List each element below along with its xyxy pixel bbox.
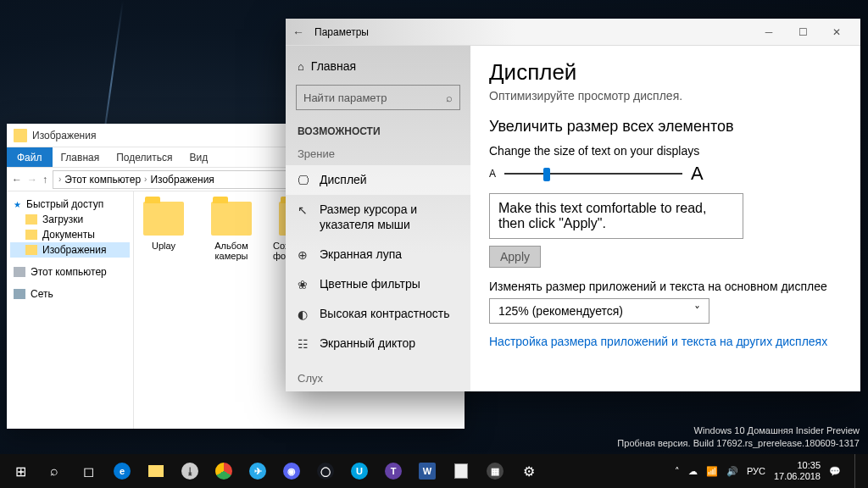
start-button[interactable]: ⊞ — [3, 454, 37, 488]
section-heading: Увеличить размер всех элементов — [489, 118, 842, 136]
taskbar-app-store[interactable]: ⭳ — [173, 454, 207, 488]
windows-watermark: Windows 10 Домашняя Insider Preview Проб… — [617, 424, 860, 449]
sidebar-opt-color-filters[interactable]: ❀Цветные фильтры — [286, 269, 470, 299]
slider-thumb[interactable] — [543, 168, 550, 181]
nav-quick-access[interactable]: ★Быстрый доступ — [10, 197, 130, 212]
display-icon: 🖵 — [298, 173, 311, 188]
nav-item-documents[interactable]: Документы — [10, 227, 130, 242]
sidebar-opt-display[interactable]: 🖵Дисплей — [286, 165, 470, 195]
ribbon-tab-view[interactable]: Вид — [181, 147, 216, 167]
nav-this-pc[interactable]: Этот компьютер — [10, 264, 130, 280]
text-size-slider-row: A A — [489, 163, 842, 185]
tray-chevron-icon[interactable]: ˄ — [675, 466, 680, 477]
slider-max-label: A — [691, 163, 704, 185]
taskbar-app-steam[interactable]: ◯ — [309, 454, 342, 488]
taskbar: ⊞ ⌕ ◻ e ⭳ ✈ ◉ ◯ U T W ▦ ⚙ ˄ ☁ 📶 🔊 РУС 10… — [0, 454, 868, 488]
folder-icon — [25, 245, 37, 255]
sidebar-opt-contrast[interactable]: ◐Высокая контрастность — [286, 299, 470, 329]
breadcrumb-item[interactable]: Этот компьютер — [64, 174, 141, 186]
taskbar-app-notepad[interactable] — [444, 454, 478, 488]
taskbar-app-telegram[interactable]: ✈ — [241, 454, 275, 488]
explorer-title-text: Изображения — [32, 130, 96, 141]
folder-icon — [25, 230, 37, 240]
settings-titlebar[interactable]: ← Параметры ─ ☐ ✕ — [286, 19, 860, 46]
sidebar-home[interactable]: ⌂Главная — [286, 54, 470, 78]
palette-icon: ❀ — [298, 277, 311, 292]
resize-label: Изменять размер приложений и текста на о… — [489, 280, 842, 293]
other-displays-link[interactable]: Настройка размера приложений и текста на… — [489, 334, 842, 351]
show-desktop-button[interactable] — [854, 454, 858, 488]
sidebar-caption: ВОЗМОЖНОСТИ — [286, 117, 470, 142]
nav-network[interactable]: Сеть — [10, 286, 130, 302]
nav-item-pictures[interactable]: Изображения — [10, 242, 130, 258]
sample-text-box: Make this text comfortable to read, then… — [489, 193, 743, 239]
taskbar-app-discord[interactable]: ◉ — [275, 454, 309, 488]
task-view-button[interactable]: ◻ — [71, 454, 105, 488]
settings-sidebar: ⌂Главная Найти параметр⌕ ВОЗМОЖНОСТИ Зре… — [286, 46, 470, 391]
sidebar-opt-sound[interactable]: ♪Звук — [286, 390, 470, 391]
taskbar-app-chrome[interactable] — [207, 454, 241, 488]
ribbon-file-tab[interactable]: Файл — [7, 147, 53, 167]
chevron-right-icon: › — [144, 175, 147, 184]
tray-volume-icon[interactable]: 🔊 — [726, 466, 738, 477]
folder-icon — [14, 129, 27, 142]
pc-icon — [14, 267, 25, 277]
nav-fwd-icon: → — [27, 174, 37, 186]
sidebar-opt-cursor[interactable]: ↖Размер курсора и указателя мыши — [286, 195, 470, 239]
folder-item[interactable]: Uplay — [137, 202, 190, 419]
taskbar-app-edge[interactable]: e — [105, 454, 139, 488]
taskbar-app-uplay[interactable]: U — [342, 454, 376, 488]
folder-icon — [25, 214, 37, 225]
magnifier-icon: ⊕ — [298, 247, 311, 263]
minimize-button[interactable]: ─ — [752, 26, 786, 38]
star-icon: ★ — [14, 200, 21, 209]
sidebar-group-hearing: Слух — [286, 367, 470, 390]
cursor-icon: ↖ — [298, 202, 311, 218]
folder-item[interactable]: Альбом камеры — [205, 202, 258, 419]
settings-main: Дисплей Оптимизируйте просмотр дисплея. … — [470, 46, 860, 391]
sidebar-opt-magnifier[interactable]: ⊕Экранная лупа — [286, 240, 470, 269]
taskbar-app-generic[interactable]: ▦ — [478, 454, 512, 488]
explorer-nav-pane: ★Быстрый доступ Загрузки Документы Изобр… — [7, 191, 134, 429]
nav-up-icon[interactable]: ↑ — [42, 174, 47, 186]
back-icon[interactable]: ← — [292, 25, 304, 39]
tray-notifications-icon[interactable]: 💬 — [829, 466, 841, 477]
chevron-right-icon: › — [58, 175, 61, 184]
breadcrumb-item[interactable]: Изображения — [150, 174, 214, 186]
settings-search[interactable]: Найти параметр⌕ — [296, 85, 460, 110]
nav-back-icon[interactable]: ← — [12, 174, 22, 186]
slider-min-label: A — [489, 168, 496, 180]
tray-language[interactable]: РУС — [747, 466, 765, 476]
sidebar-opt-narrator[interactable]: ☷Экранный диктор — [286, 329, 470, 358]
narrator-icon: ☷ — [298, 336, 311, 352]
taskbar-app-explorer[interactable] — [139, 454, 173, 488]
taskbar-app-twitch[interactable]: T — [376, 454, 410, 488]
contrast-icon: ◐ — [298, 307, 311, 322]
folder-icon — [211, 202, 252, 236]
page-subtitle: Оптимизируйте просмотр дисплея. — [489, 89, 842, 103]
settings-window: ← Параметры ─ ☐ ✕ ⌂Главная Найти парамет… — [286, 19, 860, 391]
network-icon — [14, 289, 25, 299]
tray-network-icon[interactable]: 📶 — [706, 466, 718, 477]
maximize-button[interactable]: ☐ — [786, 26, 820, 38]
text-size-slider[interactable] — [504, 173, 682, 175]
ribbon-tab-home[interactable]: Главная — [53, 147, 108, 167]
tray-clock[interactable]: 10:35 17.06.2018 — [774, 460, 821, 482]
home-icon: ⌂ — [298, 60, 304, 73]
taskbar-app-word[interactable]: W — [410, 454, 444, 488]
folder-icon — [143, 202, 184, 236]
taskbar-app-settings[interactable]: ⚙ — [512, 454, 546, 488]
tray-onedrive-icon[interactable]: ☁ — [688, 466, 698, 477]
page-title: Дисплей — [489, 59, 842, 86]
search-button[interactable]: ⌕ — [37, 454, 71, 488]
settings-title-text: Параметры — [314, 26, 369, 38]
close-button[interactable]: ✕ — [820, 26, 854, 38]
search-icon: ⌕ — [446, 92, 453, 104]
scale-dropdown[interactable]: 125% (рекомендуется)˅ — [489, 298, 709, 324]
slider-label: Change the size of text on your displays — [489, 144, 842, 158]
sidebar-group-vision: Зрение — [286, 142, 470, 165]
ribbon-tab-share[interactable]: Поделиться — [108, 147, 181, 167]
nav-item-downloads[interactable]: Загрузки — [10, 212, 130, 227]
apply-button[interactable]: Apply — [489, 246, 541, 268]
chevron-down-icon: ˅ — [694, 304, 700, 318]
